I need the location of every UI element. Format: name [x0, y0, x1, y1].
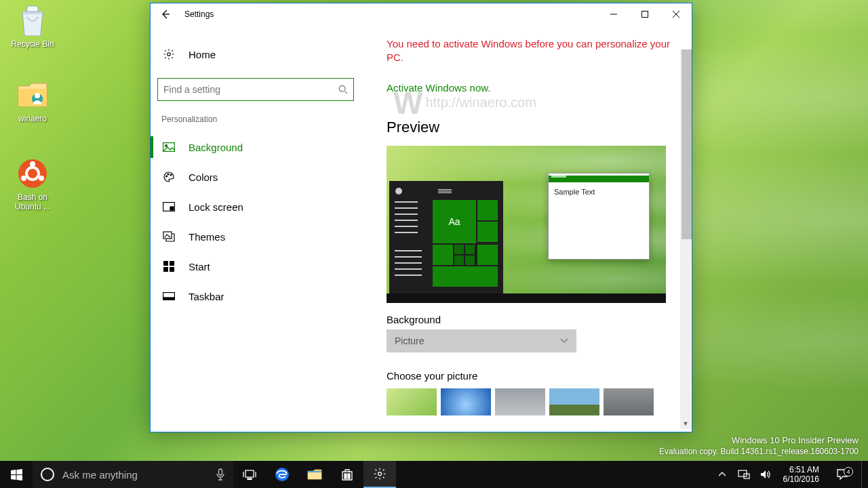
- activation-warning: You need to activate Windows before you …: [387, 37, 675, 64]
- show-desktop-button[interactable]: [861, 461, 865, 488]
- dropdown-value: Picture: [395, 336, 425, 346]
- svg-point-14: [170, 174, 172, 176]
- svg-rect-29: [308, 471, 321, 472]
- scroll-down-icon[interactable]: ▼: [680, 418, 691, 429]
- tray-clock[interactable]: 6:51 AM 6/10/2016: [779, 465, 823, 484]
- desktop-icon-winaero[interactable]: winaero: [7, 79, 58, 123]
- nav-background[interactable]: Background: [157, 132, 354, 162]
- svg-point-4: [30, 161, 35, 167]
- taskview-button[interactable]: [233, 461, 266, 488]
- desktop-icon-label: Recycle Bin: [7, 39, 58, 49]
- search-input[interactable]: [163, 84, 338, 95]
- preview-tile-aa: Aa: [433, 200, 476, 243]
- search-box[interactable]: [157, 78, 354, 101]
- picture-thumb[interactable]: [604, 388, 654, 415]
- nav-label: Start: [189, 261, 210, 272]
- microphone-icon[interactable]: [216, 468, 225, 481]
- nav-taskbar[interactable]: Taskbar: [157, 281, 354, 311]
- activate-link[interactable]: Activate Windows now.: [387, 82, 490, 94]
- desktop-icon-recycle-bin[interactable]: Recycle Bin: [7, 4, 58, 49]
- choose-picture-label: Choose your picture: [387, 370, 675, 382]
- nav-start[interactable]: Start: [157, 251, 354, 281]
- svg-point-11: [165, 145, 167, 147]
- nav-lockscreen[interactable]: Lock screen: [157, 192, 354, 222]
- minimize-button[interactable]: [598, 3, 629, 25]
- cortana-placeholder: Ask me anything: [62, 469, 138, 481]
- svg-rect-20: [163, 267, 168, 272]
- cortana-search[interactable]: Ask me anything: [33, 461, 233, 488]
- sample-text: Sample Text: [549, 182, 649, 196]
- svg-rect-16: [170, 207, 174, 210]
- scrollbar[interactable]: ▼: [680, 49, 691, 429]
- store-button[interactable]: [331, 461, 363, 488]
- folder-icon: [16, 79, 49, 111]
- svg-rect-18: [163, 261, 168, 266]
- preview-sample-window: Sample Text: [548, 173, 650, 260]
- back-button[interactable]: [156, 5, 175, 24]
- maximize-button[interactable]: [629, 3, 660, 25]
- desktop-icon-bash-ubuntu[interactable]: Bash on Ubuntu ...: [7, 157, 58, 211]
- picture-icon: [161, 140, 176, 155]
- nav-colors[interactable]: Colors: [157, 162, 354, 192]
- desktop-icon-label: winaero: [7, 114, 58, 123]
- gear-icon: [161, 47, 176, 62]
- themes-icon: [161, 229, 176, 244]
- tray-network-icon[interactable]: [736, 461, 752, 488]
- picture-thumb[interactable]: [387, 388, 437, 415]
- picture-thumb[interactable]: [549, 388, 599, 415]
- picture-thumb[interactable]: [495, 388, 545, 415]
- svg-rect-28: [308, 472, 321, 479]
- chevron-down-icon: [560, 338, 568, 344]
- edge-button[interactable]: [266, 461, 298, 488]
- action-center-button[interactable]: 4: [829, 468, 856, 481]
- svg-point-1: [35, 93, 40, 98]
- ubuntu-icon: [16, 157, 49, 190]
- taskbar-icon: [161, 289, 176, 304]
- settings-taskbar-button[interactable]: [363, 461, 396, 488]
- svg-rect-26: [248, 479, 252, 480]
- nav-label: Background: [189, 142, 243, 153]
- notification-count: 4: [844, 467, 853, 476]
- svg-rect-25: [245, 470, 254, 477]
- content-area: Whttp://winaero.com You need to activate…: [374, 25, 692, 432]
- home-button[interactable]: Home: [157, 39, 354, 70]
- recycle-bin-icon: [16, 4, 49, 37]
- picture-thumb[interactable]: [441, 388, 491, 415]
- svg-rect-23: [163, 298, 175, 300]
- nav-label: Themes: [189, 231, 225, 243]
- close-button[interactable]: [660, 3, 692, 25]
- svg-rect-31: [348, 474, 350, 476]
- svg-rect-7: [642, 12, 648, 18]
- scrollbar-thumb[interactable]: [682, 49, 692, 239]
- desktop-watermark: Windows 10 Pro Insider Preview Evaluatio…: [659, 435, 859, 457]
- nav-themes[interactable]: Themes: [157, 222, 354, 251]
- svg-point-6: [39, 176, 44, 181]
- background-dropdown[interactable]: Picture: [387, 329, 576, 352]
- preview-start-menu: Aa: [389, 181, 503, 293]
- nav-label: Taskbar: [189, 291, 224, 302]
- svg-point-12: [166, 176, 167, 177]
- preview-heading: Preview: [387, 119, 675, 136]
- nav-label: Colors: [189, 171, 218, 183]
- start-button[interactable]: [0, 461, 33, 488]
- explorer-button[interactable]: [298, 461, 331, 488]
- svg-rect-19: [170, 261, 174, 266]
- svg-rect-32: [344, 476, 347, 479]
- svg-rect-24: [219, 469, 222, 475]
- svg-point-34: [378, 472, 382, 476]
- search-icon: [338, 85, 348, 94]
- preview-box: Aa Sample Text: [387, 146, 666, 303]
- home-label: Home: [189, 49, 216, 60]
- picture-thumbnails: [387, 388, 675, 415]
- svg-point-9: [339, 85, 345, 92]
- start-icon: [161, 259, 176, 274]
- svg-point-5: [21, 176, 26, 181]
- svg-point-13: [167, 174, 169, 175]
- svg-rect-30: [344, 474, 347, 476]
- tray-chevron-up-icon[interactable]: [714, 461, 730, 488]
- tray-volume-icon[interactable]: [757, 461, 774, 488]
- svg-point-8: [167, 53, 171, 56]
- desktop-icon-label: Bash on Ubuntu ...: [7, 192, 58, 211]
- taskbar: Ask me anything 6:51 AM 6/10/2016 4: [0, 461, 868, 488]
- background-label: Background: [387, 314, 675, 325]
